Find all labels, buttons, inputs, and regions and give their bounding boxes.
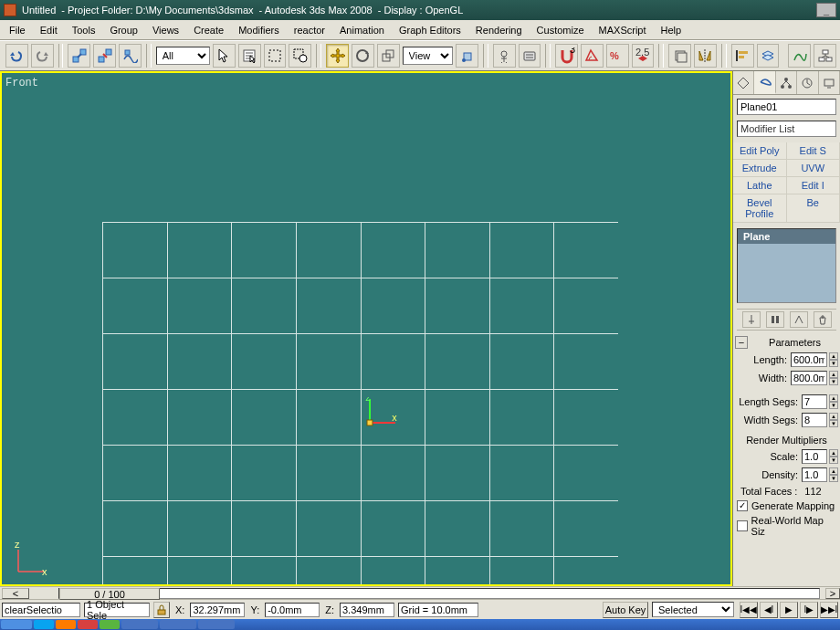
tab-motion[interactable] [797,71,818,94]
plane-object[interactable] [102,222,618,586]
menu-modifiers[interactable]: Modifiers [231,23,287,37]
rollout-collapse-button[interactable]: − [735,336,748,349]
minimize-button[interactable]: _ [816,3,836,17]
density-spinner[interactable]: ▲▼ [829,467,838,482]
scale-button[interactable] [377,44,400,68]
realworld-map-checkbox[interactable] [737,520,748,531]
goto-end-button[interactable]: ▶▶I [820,602,838,618]
modifier-stack[interactable]: Plane [737,228,836,303]
time-slider[interactable]: < 0 / 100 > [0,586,840,599]
curve-editor-button[interactable] [788,44,811,68]
show-end-result-button[interactable] [766,311,784,328]
transform-gizmo[interactable]: x z [362,397,399,434]
menu-rendering[interactable]: Rendering [468,23,530,37]
layer-manager-button[interactable] [757,44,780,68]
scale-input[interactable] [802,449,827,464]
modifier-stack-item[interactable]: Plane [738,229,835,244]
mod-btn-lathe[interactable]: Lathe [733,177,787,194]
pivot-button[interactable] [456,44,478,68]
modifier-list-dropdown[interactable]: Modifier List [737,121,836,137]
rect-select-region-button[interactable] [264,44,287,68]
link-button[interactable] [68,44,90,68]
density-input[interactable] [802,467,827,482]
schematics-view-button[interactable] [814,44,836,68]
menu-grapheditors[interactable]: Graph Editors [392,23,468,37]
rotate-button[interactable] [352,44,374,68]
window-crossing-button[interactable] [289,44,311,68]
viewport-front[interactable]: Front x z z x [0,71,732,586]
lengthsegs-spinner[interactable]: ▲▼ [829,394,838,409]
select-by-name-button[interactable] [238,44,261,68]
snap-toggle-button[interactable]: 3 [555,44,578,68]
percent-snap-button[interactable]: % [606,44,629,68]
menu-views[interactable]: Views [145,23,186,37]
mod-btn-editpoly[interactable]: Edit Poly [733,142,787,160]
object-name-field[interactable]: Plane01 [737,99,836,115]
autokey-button[interactable]: Auto Key [603,602,648,618]
bind-spacewarp-button[interactable] [119,44,142,68]
length-spinner[interactable]: ▲▼ [829,352,838,367]
mod-btn-edits[interactable]: Edit S [787,142,841,160]
length-input[interactable] [791,352,827,367]
play-button[interactable]: ▶ [780,602,798,618]
prev-frame-button[interactable]: ◀I [760,602,778,618]
time-slider-track[interactable]: 0 / 100 [58,588,820,599]
goto-start-button[interactable]: I◀◀ [740,602,758,618]
tab-display[interactable] [819,71,840,94]
move-button[interactable] [326,44,349,68]
named-selection-sets-button[interactable] [668,44,691,68]
lengthsegs-input[interactable] [802,394,827,409]
z-coord-input[interactable] [340,603,394,617]
generate-mapping-checkbox[interactable] [737,500,748,511]
menu-help[interactable]: Help [654,23,689,37]
make-unique-button[interactable] [790,311,808,328]
tab-create[interactable] [733,71,754,94]
width-input[interactable] [791,371,827,385]
mod-btn-uvw[interactable]: UVW [787,160,841,177]
mod-btn-extrude[interactable]: Extrude [733,160,787,177]
x-coord-input[interactable] [190,603,245,617]
y-coord-input[interactable] [265,603,320,617]
pin-stack-button[interactable] [742,311,761,328]
width-spinner[interactable]: ▲▼ [829,371,838,385]
widthsegs-spinner[interactable]: ▲▼ [829,413,838,427]
undo-button[interactable] [5,44,28,68]
align-button[interactable] [731,44,754,68]
menu-file[interactable]: File [2,23,33,37]
menu-animation[interactable]: Animation [332,23,392,37]
key-filter-dropdown[interactable]: Selected [652,602,734,617]
os-taskbar[interactable] [0,619,840,630]
next-frame-button[interactable]: I▶ [800,602,818,618]
manipulate-button[interactable] [493,44,516,68]
menu-maxscript[interactable]: MAXScript [592,23,654,37]
angle-snap-button[interactable] [581,44,604,68]
menu-edit[interactable]: Edit [33,23,65,37]
menu-tools[interactable]: Tools [65,23,103,37]
keyboard-shortcut-override-button[interactable] [519,44,541,68]
menu-customize[interactable]: Customize [530,23,592,37]
parameters-rollout-header[interactable]: − Parameters [735,336,838,349]
mod-btn-bevelprofile[interactable]: Bevel Profile [733,194,787,223]
select-object-button[interactable] [213,44,236,68]
spinner-snap-button[interactable]: 2.5 [632,44,655,68]
menu-create[interactable]: Create [186,23,231,37]
mirror-button[interactable] [694,44,717,68]
menu-reactor[interactable]: reactor [287,23,332,37]
reference-coord-dropdown[interactable]: View [403,47,453,65]
selection-filter-dropdown[interactable]: All [156,47,210,65]
track-left-button[interactable]: < [2,588,29,599]
selection-lock-button[interactable] [153,602,170,618]
maxscript-listener[interactable]: clearSelectio [2,603,80,617]
tab-modify[interactable] [754,71,775,94]
redo-button[interactable] [31,44,54,68]
tab-hierarchy[interactable] [776,71,797,94]
scale-spinner[interactable]: ▲▼ [829,449,838,464]
mod-btn-be[interactable]: Be [787,194,841,223]
time-slider-thumb[interactable]: 0 / 100 [59,588,160,600]
mod-btn-editi[interactable]: Edit I [787,177,841,194]
remove-modifier-button[interactable] [814,311,832,328]
widthsegs-input[interactable] [802,413,827,427]
track-right-button[interactable]: > [825,588,840,599]
unlink-button[interactable] [93,44,116,68]
menu-group[interactable]: Group [102,23,145,37]
